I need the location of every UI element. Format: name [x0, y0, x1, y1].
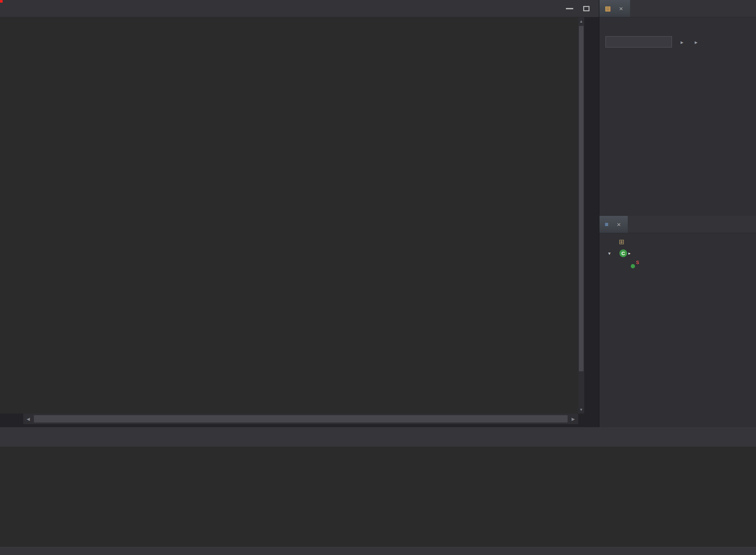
- scroll-down-icon[interactable]: [578, 405, 584, 414]
- view-window-buttons: [566, 0, 599, 17]
- class-icon: [620, 249, 627, 257]
- task-list-tab[interactable]: [599, 0, 630, 17]
- bottom-pane: [0, 427, 756, 555]
- maximize-icon[interactable]: [583, 6, 590, 11]
- public-method-dot-icon: [631, 264, 635, 268]
- editor-pane: [0, 0, 599, 427]
- right-pane: [599, 0, 756, 427]
- find-input[interactable]: [605, 36, 672, 47]
- console-toolbar: [753, 427, 756, 447]
- close-icon[interactable]: [615, 220, 623, 228]
- editor-tabbar: [0, 0, 599, 17]
- vertical-scrollbar-thumb[interactable]: [579, 26, 584, 371]
- code-area[interactable]: [23, 17, 578, 414]
- vertical-scrollbar[interactable]: [578, 17, 584, 414]
- close-icon[interactable]: [618, 5, 625, 13]
- activate-dropdown[interactable]: [695, 38, 701, 46]
- task-list-icon: [605, 5, 611, 12]
- run-decorator-icon: [628, 251, 631, 256]
- dropdown-arrow-icon: [681, 38, 683, 46]
- scroll-right-icon[interactable]: [568, 417, 578, 422]
- line-number-gutter[interactable]: [0, 17, 23, 414]
- bottom-tabbar: [0, 427, 756, 447]
- outline-toolbar: [753, 216, 756, 233]
- task-list-content: [599, 50, 756, 216]
- task-list-find-row: [599, 33, 756, 50]
- outline-class-item[interactable]: [599, 248, 756, 259]
- scroll-left-icon[interactable]: [23, 417, 33, 422]
- chevron-down-icon[interactable]: [608, 250, 615, 256]
- outline-method-item[interactable]: [599, 259, 756, 271]
- console-output[interactable]: [0, 447, 756, 448]
- horizontal-scrollbar-thumb[interactable]: [34, 415, 567, 423]
- status-bar: [0, 547, 756, 555]
- all-dropdown[interactable]: [681, 38, 686, 46]
- outline-tabbar: [599, 216, 756, 233]
- static-decorator-icon: [636, 260, 639, 265]
- task-list-toolbar: [599, 17, 756, 33]
- horizontal-scrollbar[interactable]: [23, 414, 578, 424]
- outline-tab[interactable]: [599, 216, 628, 233]
- task-list-tabbar: [599, 0, 756, 17]
- outline-tree: [599, 233, 756, 427]
- outline-icon: [605, 221, 608, 228]
- scroll-up-icon[interactable]: [578, 17, 584, 25]
- package-icon: [619, 238, 625, 246]
- method-icon: [630, 261, 639, 269]
- minimize-icon[interactable]: [566, 8, 573, 9]
- outline-package-item[interactable]: [599, 236, 756, 248]
- code-editor[interactable]: [0, 17, 584, 414]
- dropdown-arrow-icon: [695, 38, 698, 46]
